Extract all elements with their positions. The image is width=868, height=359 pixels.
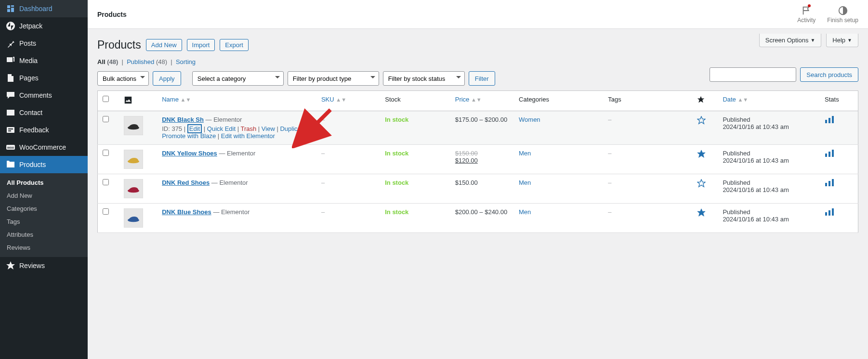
submenu-reviews[interactable]: Reviews <box>0 241 88 254</box>
column-date[interactable]: Date ▲▼ <box>718 91 820 111</box>
finish-setup-button[interactable]: Finish setup <box>827 5 858 24</box>
stats-icon[interactable] <box>825 118 834 125</box>
stats-icon[interactable] <box>825 210 834 218</box>
select-all-checkbox[interactable] <box>103 96 109 102</box>
trash-link[interactable]: Trash <box>240 125 256 132</box>
featured-star[interactable] <box>697 153 706 160</box>
export-button[interactable]: Export <box>220 39 249 51</box>
svg-point-0 <box>6 22 15 30</box>
menu-contact[interactable]: Contact <box>0 104 88 121</box>
column-image[interactable] <box>119 91 157 111</box>
product-name-link[interactable]: DNK Yellow Shoes <box>162 150 217 157</box>
bulk-actions-select[interactable]: Bulk actions <box>97 71 149 86</box>
row-checkbox[interactable] <box>103 179 109 185</box>
svg-rect-14 <box>829 152 830 157</box>
menu-media[interactable]: Media <box>0 52 88 69</box>
builder-tag: — Elementor <box>213 208 250 216</box>
product-type-filter-select[interactable]: Filter by product type <box>288 71 379 86</box>
category-filter-select[interactable]: Select a category <box>192 71 284 86</box>
screen-options-tab[interactable]: Screen Options▼ <box>759 34 822 47</box>
menu-reviews[interactable]: Reviews <box>0 257 88 274</box>
column-price[interactable]: Price ▲▼ <box>450 91 514 111</box>
publish-status: Published <box>723 150 750 157</box>
column-stats[interactable]: Stats <box>820 91 858 111</box>
stats-icon[interactable] <box>825 152 834 159</box>
row-checkbox[interactable] <box>103 150 109 156</box>
product-thumbnail[interactable] <box>124 150 143 169</box>
category-link[interactable]: Men <box>519 179 531 186</box>
view-sorting[interactable]: Sorting <box>176 58 196 65</box>
column-stock[interactable]: Stock <box>380 91 450 111</box>
sort-icon: ▲▼ <box>737 97 748 103</box>
submenu-tags[interactable]: Tags <box>0 215 88 228</box>
edit-elementor-link[interactable]: Edit with Elementor <box>221 132 275 140</box>
view-link[interactable]: View <box>262 125 275 132</box>
menu-woocommerce[interactable]: woo WooCommerce <box>0 139 88 156</box>
product-thumbnail[interactable] <box>124 179 143 198</box>
column-categories[interactable]: Categories <box>514 91 603 111</box>
quick-edit-link[interactable]: Quick Edit <box>207 125 236 132</box>
product-thumbnail[interactable] <box>124 116 143 135</box>
menu-posts[interactable]: Posts <box>0 35 88 52</box>
filter-button[interactable]: Filter <box>469 71 495 86</box>
stock-status: In stock <box>385 116 408 123</box>
menu-jetpack[interactable]: Jetpack <box>0 17 88 35</box>
row-checkbox[interactable] <box>103 208 109 215</box>
row-actions: ID: 375 | Edit | Quick Edit | Trash | Vi… <box>162 125 312 140</box>
menu-products[interactable]: Products <box>0 156 88 173</box>
svg-rect-7 <box>125 97 132 103</box>
table-row: DNK Blue Shoes — Elementor–In stock$200.… <box>98 204 858 233</box>
promote-link[interactable]: Promote with Blaze <box>162 132 216 140</box>
help-tab[interactable]: Help▼ <box>826 34 858 47</box>
stats-icon[interactable] <box>825 181 834 188</box>
product-name-link[interactable]: DNK Red Shoes <box>162 179 210 186</box>
menu-feedback[interactable]: Feedback <box>0 121 88 139</box>
tags-value: – <box>608 208 611 216</box>
submenu-all-products[interactable]: All Products <box>0 176 88 189</box>
menu-label: WooCommerce <box>19 143 66 151</box>
feedback-icon <box>6 125 15 135</box>
product-id: ID: 375 <box>162 125 182 132</box>
search-products-button[interactable]: Search products <box>800 67 858 82</box>
menu-comments[interactable]: Comments <box>0 87 88 104</box>
featured-star[interactable] <box>697 119 706 126</box>
column-name[interactable]: Name ▲▼ <box>157 91 316 111</box>
publish-date: 2024/10/16 at 10:43 am <box>723 157 789 164</box>
category-link[interactable]: Women <box>519 116 540 123</box>
product-name-link[interactable]: DNK Black Sh <box>162 116 204 123</box>
submenu-categories[interactable]: Categories <box>0 202 88 215</box>
menu-label: Comments <box>19 91 52 99</box>
tags-value: – <box>608 179 611 186</box>
svg-rect-22 <box>829 210 830 216</box>
product-thumbnail[interactable] <box>124 208 143 228</box>
column-featured[interactable] <box>692 91 718 111</box>
row-checkbox[interactable] <box>103 116 109 122</box>
apply-button[interactable]: Apply <box>153 71 181 86</box>
view-all[interactable]: All (48) <box>97 58 118 65</box>
menu-pages[interactable]: Pages <box>0 69 88 87</box>
stock-filter-select[interactable]: Filter by stock status <box>383 71 465 86</box>
price-value: $200.00 – $240.00 <box>455 208 507 216</box>
activity-button[interactable]: Activity <box>797 5 815 24</box>
search-input[interactable] <box>710 67 796 82</box>
menu-dashboard[interactable]: Dashboard <box>0 0 88 17</box>
products-icon <box>6 160 15 169</box>
menu-label: Media <box>19 57 38 64</box>
column-sku[interactable]: SKU ▲▼ <box>316 91 380 111</box>
product-name-link[interactable]: DNK Blue Shoes <box>162 208 211 216</box>
category-link[interactable]: Men <box>519 208 531 216</box>
category-link[interactable]: Men <box>519 150 531 157</box>
featured-star[interactable] <box>697 211 706 218</box>
import-button[interactable]: Import <box>187 39 215 51</box>
duplicate-link[interactable]: Duplicate <box>280 125 306 132</box>
menu-label: Jetpack <box>19 22 42 30</box>
submenu-attributes[interactable]: Attributes <box>0 228 88 241</box>
submenu-add-new[interactable]: Add New <box>0 189 88 202</box>
sku-value: – <box>321 208 325 216</box>
featured-star[interactable] <box>697 182 706 189</box>
sku-value: – <box>321 179 325 186</box>
view-published[interactable]: Published <box>127 58 154 65</box>
finish-label: Finish setup <box>827 17 858 24</box>
add-new-button[interactable]: Add New <box>146 39 182 51</box>
column-tags[interactable]: Tags <box>603 91 692 111</box>
